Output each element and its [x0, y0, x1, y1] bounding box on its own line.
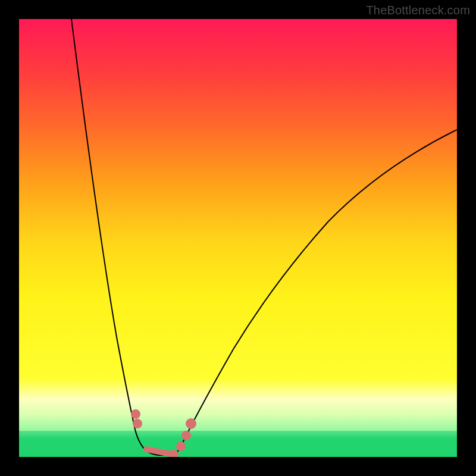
marker-dot [186, 418, 196, 429]
bottleneck-curve [19, 19, 457, 457]
marker-dot [169, 450, 178, 457]
marker-dot [131, 409, 140, 419]
marker-dot [176, 441, 186, 451]
curve-left-arm [71, 19, 144, 449]
marker-group [131, 409, 196, 457]
chart-frame: TheBottleneck.com [0, 0, 476, 476]
plot-area [19, 19, 457, 457]
marker-dot [181, 431, 191, 440]
curve-right-arm [180, 130, 457, 449]
attribution-text: TheBottleneck.com [366, 4, 470, 17]
marker-dot [133, 419, 142, 428]
